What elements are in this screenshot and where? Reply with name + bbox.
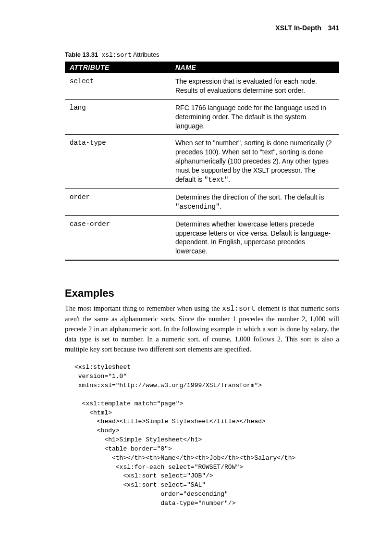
attribute-name-cell: order (65, 188, 171, 215)
attribute-desc-cell: When set to "number", sorting is done nu… (171, 135, 339, 188)
attribute-name-cell: data-type (65, 135, 171, 188)
desc-text: RFC 1766 language code for the language … (175, 104, 326, 130)
table-row: orderDetermines the direction of the sor… (65, 188, 339, 215)
examples-paragraph: The most important thing to remember whe… (65, 303, 339, 354)
para-code: xsl:sort (222, 305, 256, 313)
desc-text: When set to "number", sorting is done nu… (175, 139, 332, 183)
table-row: langRFC 1766 language code for the langu… (65, 99, 339, 135)
desc-text: Determines the direction of the sort. Th… (175, 193, 324, 201)
attribute-name-cell: lang (65, 99, 171, 135)
page-container: XSLT In-Depth 341 Table 13.31 xsl:sort A… (0, 0, 392, 527)
desc-suffix: . (220, 202, 221, 210)
table-header-name: NAME (171, 62, 339, 73)
attribute-desc-cell: Determines whether lowercase letters pre… (171, 215, 339, 260)
desc-text: The expression that is evaluated for eac… (175, 77, 317, 94)
table-caption-suffix: Attributes (133, 51, 159, 58)
table-header-attribute: ATTRIBUTE (65, 62, 171, 73)
page-number: 341 (328, 24, 339, 32)
desc-suffix: . (228, 176, 230, 183)
running-title: XSLT In-Depth (275, 24, 321, 32)
para-pre: The most important thing to remember whe… (65, 304, 222, 312)
desc-inline-code: "text" (204, 176, 228, 184)
desc-text: Determines whether lowercase letters pre… (175, 220, 331, 255)
attribute-desc-cell: The expression that is evaluated for eac… (171, 73, 339, 99)
desc-inline-code: "ascending" (175, 203, 220, 211)
table-caption-code: xsl:sort (101, 51, 131, 59)
table-caption-label: Table 13.31 (65, 51, 98, 58)
attribute-name-cell: case-order (65, 215, 171, 260)
attribute-desc-cell: RFC 1766 language code for the language … (171, 99, 339, 135)
table-caption: Table 13.31 xsl:sort Attributes (65, 51, 339, 59)
section-heading-examples: Examples (65, 287, 339, 300)
table-row: data-typeWhen set to "number", sorting i… (65, 135, 339, 188)
running-header: XSLT In-Depth 341 (65, 24, 339, 32)
code-block: <xsl:stylesheet version="1.0" xmlns:xsl=… (74, 363, 339, 508)
attributes-table: ATTRIBUTE NAME selectThe expression that… (65, 62, 339, 261)
attribute-desc-cell: Determines the direction of the sort. Th… (171, 188, 339, 215)
attribute-name-cell: select (65, 73, 171, 99)
table-header-row: ATTRIBUTE NAME (65, 62, 339, 73)
table-row: case-orderDetermines whether lowercase l… (65, 215, 339, 260)
table-row: selectThe expression that is evaluated f… (65, 73, 339, 99)
